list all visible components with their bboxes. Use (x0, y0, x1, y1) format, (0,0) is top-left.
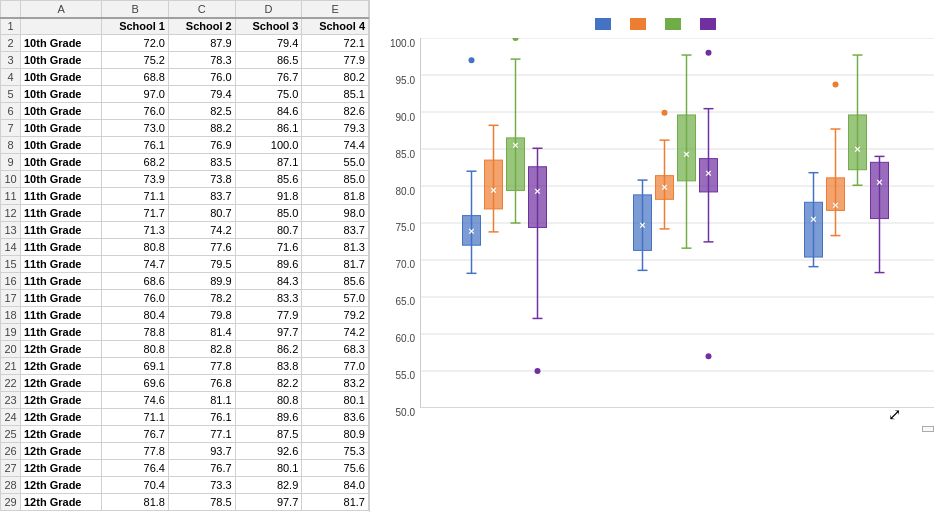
cell-r22-c4: 80.8 (235, 392, 302, 409)
cell-r7-c0: 8 (1, 137, 21, 154)
cell-r6-c4: 86.1 (235, 120, 302, 137)
cell-r23-c2: 71.1 (102, 409, 169, 426)
cell-r28-c3: 78.5 (168, 494, 235, 511)
cell-r3-c4: 76.7 (235, 69, 302, 86)
svg-text:×: × (534, 185, 540, 197)
cell-r12-c5: 83.7 (302, 222, 369, 239)
cell-r5-c5: 82.6 (302, 103, 369, 120)
cell-r24-c5: 80.9 (302, 426, 369, 443)
svg-point-67 (833, 82, 839, 88)
cell-r0-c0: 1 (1, 18, 21, 35)
cell-r26-c3: 76.7 (168, 460, 235, 477)
cell-r6-c3: 88.2 (168, 120, 235, 137)
cell-r2-c0: 3 (1, 52, 21, 69)
cell-r20-c4: 83.8 (235, 358, 302, 375)
svg-point-27 (513, 38, 519, 41)
cell-r3-c2: 68.8 (102, 69, 169, 86)
svg-rect-76 (871, 162, 889, 218)
cell-r25-c4: 92.6 (235, 443, 302, 460)
plot-area: ×××××××××××× (420, 38, 934, 408)
cell-r1-c1: 10th Grade (21, 35, 102, 52)
corner-cell (1, 1, 21, 18)
cell-r14-c3: 79.5 (168, 256, 235, 273)
svg-text:×: × (661, 181, 667, 193)
cell-r17-c5: 79.2 (302, 307, 369, 324)
cell-r16-c2: 76.0 (102, 290, 169, 307)
cell-r16-c5: 57.0 (302, 290, 369, 307)
cell-r27-c5: 84.0 (302, 477, 369, 494)
cell-r3-c5: 80.2 (302, 69, 369, 86)
cell-r2-c1: 10th Grade (21, 52, 102, 69)
cell-r17-c1: 11th Grade (21, 307, 102, 324)
cell-r12-c3: 74.2 (168, 222, 235, 239)
chart-body: 100.095.090.085.080.075.070.065.060.055.… (380, 38, 934, 418)
cell-r9-c5: 85.0 (302, 171, 369, 188)
y-axis-label: 70.0 (396, 259, 415, 270)
legend-box-school2 (630, 18, 646, 30)
svg-text:×: × (705, 167, 711, 179)
cell-r18-c1: 11th Grade (21, 324, 102, 341)
cell-r21-c5: 83.2 (302, 375, 369, 392)
cell-r1-c4: 79.4 (235, 35, 302, 52)
cell-r3-c3: 76.0 (168, 69, 235, 86)
cell-r25-c3: 93.7 (168, 443, 235, 460)
cell-r12-c4: 80.7 (235, 222, 302, 239)
cell-r6-c5: 79.3 (302, 120, 369, 137)
cell-r21-c0: 22 (1, 375, 21, 392)
cell-r21-c1: 12th Grade (21, 375, 102, 392)
cell-r11-c4: 85.0 (235, 205, 302, 222)
cell-r17-c0: 18 (1, 307, 21, 324)
spreadsheet: A B C D E 1School 1School 2School 3Schoo… (0, 0, 370, 512)
col-header-b: B (102, 1, 169, 18)
cell-r13-c3: 77.6 (168, 239, 235, 256)
cell-r18-c2: 78.8 (102, 324, 169, 341)
cell-r24-c1: 12th Grade (21, 426, 102, 443)
cell-r7-c2: 76.1 (102, 137, 169, 154)
cell-r20-c2: 69.1 (102, 358, 169, 375)
cell-r21-c3: 76.8 (168, 375, 235, 392)
cell-r15-c4: 84.3 (235, 273, 302, 290)
cell-r3-c0: 4 (1, 69, 21, 86)
cell-r25-c5: 75.3 (302, 443, 369, 460)
legend-school3 (665, 18, 685, 30)
cell-r13-c0: 14 (1, 239, 21, 256)
svg-point-16 (469, 57, 475, 63)
y-axis-label: 75.0 (396, 222, 415, 233)
cell-r12-c0: 13 (1, 222, 21, 239)
cell-r7-c3: 76.9 (168, 137, 235, 154)
cell-r10-c1: 11th Grade (21, 188, 102, 205)
legend-school2 (630, 18, 650, 30)
cell-r17-c4: 77.9 (235, 307, 302, 324)
cell-r5-c4: 84.6 (235, 103, 302, 120)
cell-r2-c2: 75.2 (102, 52, 169, 69)
cell-r8-c4: 87.1 (235, 154, 302, 171)
cell-r23-c4: 89.6 (235, 409, 302, 426)
cell-r4-c1: 10th Grade (21, 86, 102, 103)
y-axis-label: 100.0 (390, 38, 415, 49)
cell-r27-c3: 73.3 (168, 477, 235, 494)
cell-r19-c0: 20 (1, 341, 21, 358)
x-label-12th (776, 408, 934, 413)
cell-r5-c0: 6 (1, 103, 21, 120)
cell-r26-c2: 76.4 (102, 460, 169, 477)
cell-r25-c2: 77.8 (102, 443, 169, 460)
y-axis-label: 90.0 (396, 112, 415, 123)
cell-r23-c5: 83.6 (302, 409, 369, 426)
cell-r17-c2: 80.4 (102, 307, 169, 324)
cell-r15-c5: 85.6 (302, 273, 369, 290)
cell-r15-c3: 89.9 (168, 273, 235, 290)
cell-r7-c1: 10th Grade (21, 137, 102, 154)
cell-r4-c2: 97.0 (102, 86, 169, 103)
cell-r16-c4: 83.3 (235, 290, 302, 307)
cell-r5-c2: 76.0 (102, 103, 169, 120)
cell-r5-c3: 82.5 (168, 103, 235, 120)
cell-r4-c0: 5 (1, 86, 21, 103)
y-axis-label: 80.0 (396, 186, 415, 197)
cell-r0-c4: School 3 (235, 18, 302, 35)
svg-text:×: × (876, 176, 882, 188)
cell-r28-c0: 29 (1, 494, 21, 511)
cell-r22-c3: 81.1 (168, 392, 235, 409)
cell-r12-c1: 11th Grade (21, 222, 102, 239)
cell-r1-c2: 72.0 (102, 35, 169, 52)
cell-r26-c4: 80.1 (235, 460, 302, 477)
